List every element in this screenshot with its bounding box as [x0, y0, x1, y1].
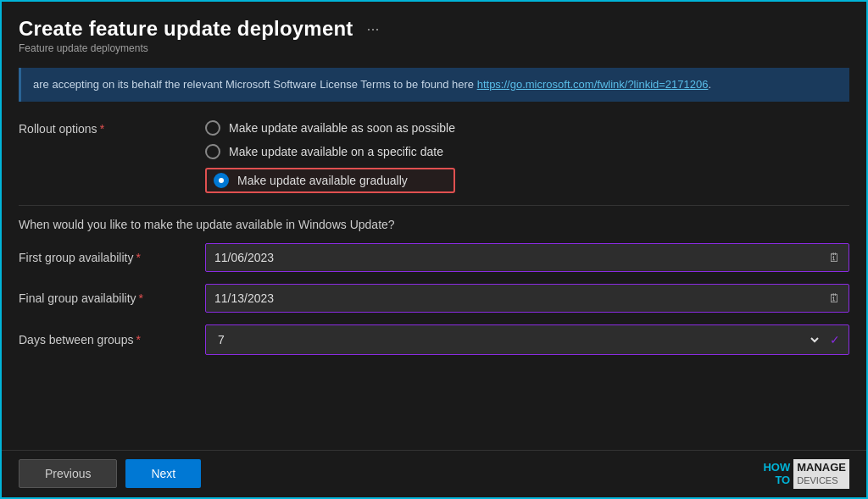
days-between-row: Days between groups* 7 1 2 3 5 14 30 ✓ — [19, 324, 849, 355]
notice-suffix: . — [708, 78, 711, 91]
dropdown-check-icon: ✓ — [821, 326, 849, 353]
notice-banner: are accepting on its behalf the relevant… — [19, 68, 849, 102]
radio-label-specific-date: Make update available on a specific date — [229, 145, 443, 158]
rollout-row: Rollout options* Make update available a… — [19, 120, 849, 193]
page-wrapper: Create feature update deployment ··· Fea… — [2, 2, 866, 497]
rollout-required: * — [100, 122, 104, 136]
first-group-row: First group availability* 🗓 — [19, 243, 849, 272]
section-question: When would you like to make the update a… — [19, 218, 849, 231]
rollout-radio-group: Make update available as soon as possibl… — [205, 120, 455, 193]
watermark-how: HOW TO — [763, 459, 793, 489]
notice-text: are accepting on its behalf the relevant… — [33, 78, 477, 91]
radio-label-gradually: Make update available gradually — [237, 174, 408, 187]
final-group-row: Final group availability* 🗓 — [19, 284, 849, 313]
final-group-required: * — [139, 291, 143, 305]
more-options-icon[interactable]: ··· — [367, 20, 380, 38]
previous-button[interactable]: Previous — [19, 459, 117, 488]
content: Rollout options* Make update available a… — [2, 112, 866, 450]
radio-option-asap[interactable]: Make update available as soon as possibl… — [205, 120, 455, 136]
radio-circle-specific-date — [205, 144, 220, 159]
first-group-field-wrapper: 🗓 — [205, 243, 849, 272]
first-group-calendar-icon[interactable]: 🗓 — [820, 244, 849, 271]
radio-circle-asap — [205, 120, 220, 136]
radio-circle-gradually — [214, 173, 229, 188]
next-button[interactable]: Next — [125, 459, 201, 488]
rollout-label: Rollout options* — [19, 120, 205, 136]
first-group-input[interactable] — [206, 244, 820, 271]
first-group-label: First group availability* — [19, 251, 205, 264]
days-between-required: * — [136, 333, 140, 347]
watermark-manage: MANAGE DEVICES — [793, 459, 849, 489]
divider — [19, 205, 849, 206]
final-group-input[interactable] — [206, 285, 820, 312]
final-group-field-wrapper: 🗓 — [205, 284, 849, 313]
radio-option-specific-date[interactable]: Make update available on a specific date — [205, 144, 455, 159]
page-title: Create feature update deployment — [19, 17, 353, 41]
notice-link[interactable]: https://go.microsoft.com/fwlink/?linkid=… — [477, 78, 709, 91]
radio-option-gradually[interactable]: Make update available gradually — [205, 168, 455, 193]
first-group-required: * — [136, 251, 140, 264]
footer-buttons: Previous Next — [19, 459, 201, 488]
header: Create feature update deployment ··· Fea… — [2, 2, 866, 58]
final-group-calendar-icon[interactable]: 🗓 — [820, 285, 849, 312]
breadcrumb: Feature update deployments — [19, 42, 849, 54]
radio-label-asap: Make update available as soon as possibl… — [229, 121, 455, 135]
watermark: HOW TO MANAGE DEVICES — [763, 459, 849, 489]
days-between-label: Days between groups* — [19, 333, 205, 347]
days-between-select[interactable]: 7 1 2 3 5 14 30 — [206, 325, 821, 354]
days-between-dropdown-wrapper: 7 1 2 3 5 14 30 ✓ — [205, 324, 849, 355]
footer: Previous Next HOW TO MANAGE DEVICES — [2, 450, 866, 497]
final-group-label: Final group availability* — [19, 291, 205, 305]
